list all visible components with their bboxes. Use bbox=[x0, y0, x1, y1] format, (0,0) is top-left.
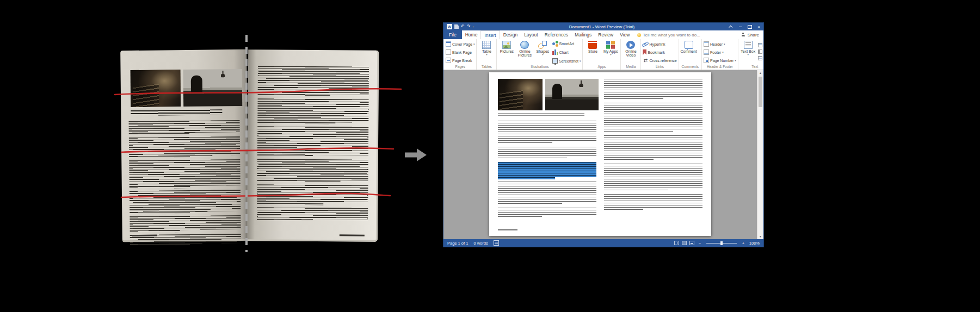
close-button[interactable]: × bbox=[754, 23, 763, 30]
zoom-slider[interactable] bbox=[706, 243, 737, 244]
minimize-button[interactable] bbox=[736, 23, 745, 30]
pictures-button[interactable]: Pictures bbox=[498, 40, 515, 64]
doc-paragraph[interactable] bbox=[604, 194, 702, 211]
chart-button[interactable]: Chart bbox=[552, 49, 581, 55]
vertical-scrollbar[interactable]: ▲ ▼ bbox=[757, 70, 763, 239]
doc-paragraph[interactable] bbox=[498, 182, 596, 205]
titlebar[interactable]: W ↶ ↷ ▾ Document1 - Word Preview (Trial)… bbox=[443, 23, 763, 30]
doc-paragraph[interactable] bbox=[604, 79, 702, 101]
book-paragraph bbox=[257, 98, 368, 124]
zoom-out-button[interactable]: − bbox=[697, 241, 702, 246]
book-paragraph bbox=[257, 184, 368, 205]
quick-parts-icon[interactable] bbox=[758, 43, 762, 47]
document-area[interactable]: ▲ ▼ bbox=[443, 70, 763, 239]
doc-image-staircase[interactable] bbox=[498, 79, 543, 110]
redo-icon[interactable]: ↷ bbox=[467, 24, 471, 29]
doc-paragraph[interactable] bbox=[604, 164, 702, 192]
online-video-button[interactable]: Online Video bbox=[622, 40, 639, 64]
tab-layout[interactable]: Layout bbox=[521, 30, 541, 39]
doc-highlighted-text[interactable] bbox=[498, 162, 596, 179]
tab-mailings[interactable]: Mailings bbox=[571, 30, 595, 39]
zoom-level[interactable]: 100% bbox=[749, 241, 760, 246]
store-label: Store bbox=[588, 49, 597, 53]
tab-file[interactable]: File bbox=[443, 30, 462, 39]
undo-icon[interactable]: ↶ bbox=[461, 24, 465, 29]
share-button[interactable]: Share bbox=[741, 30, 763, 39]
page-number-button[interactable]: Page Number ▾ bbox=[704, 57, 736, 64]
store-icon bbox=[588, 41, 597, 49]
scroll-up-icon[interactable]: ▲ bbox=[757, 70, 763, 76]
tab-design[interactable]: Design bbox=[500, 30, 521, 39]
scroll-down-icon[interactable]: ▼ bbox=[757, 234, 763, 239]
doc-paragraph[interactable] bbox=[498, 208, 596, 219]
my-apps-button[interactable]: My Apps ▾ bbox=[602, 40, 619, 64]
zoom-in-button[interactable]: + bbox=[741, 241, 746, 246]
hyperlink-button[interactable]: Hyperlink bbox=[643, 41, 676, 47]
zoom-slider-thumb[interactable] bbox=[720, 241, 723, 245]
group-label-header-footer: Header & Footer bbox=[704, 64, 736, 70]
store-button[interactable]: Store bbox=[584, 40, 601, 64]
bookmark-button[interactable]: Bookmark bbox=[643, 49, 676, 55]
shapes-button[interactable]: Shapes ▾ bbox=[534, 40, 551, 64]
footer-button[interactable]: Footer ▾ bbox=[704, 49, 736, 55]
page-break-button[interactable]: Page Break bbox=[446, 57, 474, 64]
page-number-icon bbox=[704, 58, 709, 63]
cover-page-button[interactable]: Cover Page ▾ bbox=[446, 41, 474, 47]
maximize-button[interactable] bbox=[745, 23, 754, 30]
tab-home[interactable]: Home bbox=[462, 30, 481, 39]
ribbon-display-options-icon[interactable] bbox=[726, 23, 736, 30]
doc-paragraph[interactable] bbox=[604, 135, 702, 161]
scene: W ↶ ↷ ▾ Document1 - Word Preview (Trial)… bbox=[0, 0, 980, 312]
online-pictures-button[interactable]: Online Pictures bbox=[516, 40, 533, 64]
tab-view[interactable]: View bbox=[617, 30, 633, 39]
comment-button[interactable]: Comment bbox=[681, 40, 697, 64]
word-logo-icon: W bbox=[447, 24, 452, 29]
cross-reference-label: Cross-reference bbox=[649, 59, 676, 63]
page-indicator[interactable]: Page 1 of 1 bbox=[447, 241, 468, 246]
dropdown-arrow-icon: ▾ bbox=[542, 53, 544, 56]
book-paragraph bbox=[130, 190, 241, 214]
table-button[interactable]: Table ▾ bbox=[478, 40, 495, 64]
read-mode-icon[interactable] bbox=[674, 241, 679, 245]
book-left-text bbox=[129, 120, 241, 248]
bookmark-label: Bookmark bbox=[648, 51, 665, 54]
document-column-right[interactable] bbox=[604, 79, 702, 230]
dropdown-arrow-icon: ▾ bbox=[722, 51, 724, 54]
doc-paragraph[interactable] bbox=[498, 121, 596, 145]
qat-dropdown-icon[interactable]: ▾ bbox=[472, 26, 474, 28]
shapes-icon bbox=[538, 41, 547, 49]
doc-image-room[interactable] bbox=[545, 79, 599, 110]
status-bar: Page 1 of 1 0 words − + 100% bbox=[443, 239, 763, 247]
tab-insert[interactable]: Insert bbox=[480, 30, 500, 39]
book-footer-left bbox=[132, 235, 157, 236]
date-time-icon[interactable] bbox=[758, 56, 762, 60]
doc-paragraph[interactable] bbox=[498, 147, 596, 160]
ribbon-group-tables: Table ▾ Tables bbox=[477, 39, 497, 70]
drop-cap-icon[interactable] bbox=[758, 49, 762, 54]
header-button[interactable]: Header ▾ bbox=[704, 41, 736, 47]
scroll-thumb[interactable] bbox=[759, 77, 762, 107]
print-layout-icon[interactable] bbox=[682, 241, 687, 245]
cover-page-icon bbox=[446, 41, 451, 47]
screenshot-button[interactable]: Screenshot ▾ bbox=[552, 58, 581, 64]
text-box-button[interactable]: Text Box ▾ bbox=[740, 40, 756, 64]
document-page[interactable] bbox=[489, 72, 711, 236]
tell-me-box[interactable]: Tell me what you want to do... bbox=[637, 30, 700, 39]
tab-references[interactable]: References bbox=[541, 30, 571, 39]
document-column-left[interactable] bbox=[498, 79, 596, 230]
ribbon-group-links: Hyperlink Bookmark ⇄ Cross-reference Lin… bbox=[641, 39, 679, 70]
group-label-comments: Comments bbox=[681, 64, 700, 70]
web-layout-icon[interactable] bbox=[689, 241, 694, 245]
blank-page-button[interactable]: Blank Page bbox=[446, 49, 474, 55]
word-count[interactable]: 0 words bbox=[473, 241, 488, 246]
share-label: Share bbox=[748, 33, 759, 38]
cross-reference-button[interactable]: ⇄ Cross-reference bbox=[643, 57, 676, 64]
doc-paragraph[interactable] bbox=[604, 103, 702, 133]
lightbulb-icon bbox=[637, 33, 641, 37]
smartart-button[interactable]: SmartArt bbox=[552, 40, 581, 47]
book-paragraph bbox=[129, 159, 241, 189]
save-icon[interactable] bbox=[454, 24, 459, 29]
proofing-icon[interactable] bbox=[494, 240, 499, 246]
book-paragraph bbox=[258, 66, 369, 97]
tab-review[interactable]: Review bbox=[595, 30, 617, 39]
